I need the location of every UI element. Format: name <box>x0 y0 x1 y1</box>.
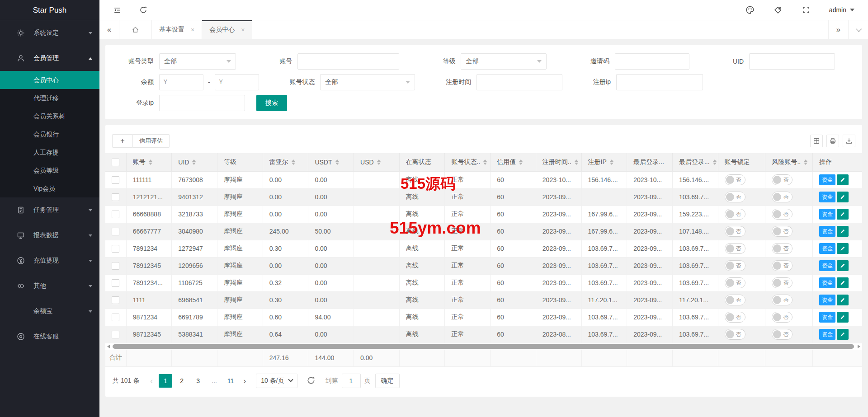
column-header-reg_time[interactable]: 注册时间.. <box>536 153 581 171</box>
column-header-status[interactable]: 账号状态.. <box>445 153 491 171</box>
sort-icon[interactable] <box>483 159 487 165</box>
row-checkbox[interactable] <box>112 228 119 235</box>
home-tab[interactable] <box>119 20 152 39</box>
prev-page-button[interactable]: ‹ <box>146 374 157 388</box>
row-checkbox[interactable] <box>112 314 119 321</box>
tab-member-center[interactable]: 会员中心 × <box>202 20 252 39</box>
sort-icon[interactable] <box>335 159 339 165</box>
fund-button[interactable]: 资金 <box>819 260 835 271</box>
tag-icon[interactable] <box>773 5 783 15</box>
sort-icon[interactable] <box>149 159 152 165</box>
lock-toggle[interactable]: 否 <box>725 174 745 185</box>
invite-code-input[interactable] <box>615 53 689 70</box>
column-header-usd[interactable]: USD <box>354 153 400 171</box>
column-header-usdt[interactable]: USDT <box>308 153 354 171</box>
next-page-button[interactable]: › <box>239 374 250 388</box>
sort-icon[interactable] <box>804 159 807 165</box>
column-header-uid[interactable]: UID <box>172 153 217 171</box>
fund-button[interactable]: 资金 <box>819 295 835 305</box>
lock-toggle[interactable]: 否 <box>725 312 745 323</box>
page-button[interactable]: 2 <box>175 374 189 388</box>
fund-button[interactable]: 资金 <box>819 329 835 340</box>
sort-icon[interactable] <box>377 159 381 165</box>
page-button[interactable]: 1 <box>159 374 172 388</box>
account-type-select[interactable]: 全部 <box>159 53 236 70</box>
edit-button[interactable] <box>837 329 849 340</box>
fund-button[interactable]: 资金 <box>819 312 835 323</box>
edit-button[interactable] <box>837 209 849 220</box>
lock-toggle[interactable]: 否 <box>725 226 745 237</box>
sort-icon[interactable] <box>192 159 196 165</box>
sidebar-item-report-data[interactable]: 报表数据 <box>0 223 99 248</box>
risk-toggle[interactable]: 否 <box>772 295 793 305</box>
column-header-account[interactable]: 账号 <box>126 153 172 171</box>
page-button[interactable]: 11 <box>224 374 237 388</box>
column-header-risk[interactable]: 风险账号.. <box>765 153 813 171</box>
scrollbar-thumb[interactable] <box>113 344 854 349</box>
lock-toggle[interactable]: 否 <box>725 192 745 202</box>
row-checkbox[interactable] <box>112 193 119 201</box>
edit-button[interactable] <box>837 260 849 271</box>
risk-toggle[interactable]: 否 <box>772 209 793 220</box>
risk-toggle[interactable]: 否 <box>772 312 793 323</box>
uid-input[interactable] <box>749 53 835 70</box>
sidebar-item-member-management[interactable]: 会员管理 <box>0 46 99 71</box>
edit-button[interactable] <box>837 192 849 202</box>
fund-button[interactable]: 资金 <box>819 277 835 288</box>
fund-button[interactable]: 资金 <box>819 209 835 220</box>
columns-grid-icon[interactable] <box>810 135 823 147</box>
risk-toggle[interactable]: 否 <box>772 260 793 271</box>
login-ip-input[interactable] <box>159 95 245 111</box>
page-size-select[interactable]: 10 条/页 <box>256 374 297 388</box>
sort-icon[interactable] <box>610 159 613 165</box>
tab-basic-settings[interactable]: 基本设置 × <box>152 20 202 39</box>
sidebar-item-member-bank[interactable]: 会员银行 <box>0 125 99 143</box>
edit-button[interactable] <box>837 277 849 288</box>
sidebar-item-online-service[interactable]: 在线客服 <box>0 324 99 349</box>
tabs-collapse-icon[interactable]: « <box>99 20 119 39</box>
sidebar-item-other[interactable]: 其他 <box>0 273 99 299</box>
account-status-select[interactable]: 全部 <box>320 74 415 90</box>
sidebar-item-manual-deposit[interactable]: 人工存提 <box>0 143 99 161</box>
tabs-expand-icon[interactable]: » <box>828 20 848 39</box>
export-icon[interactable] <box>843 135 855 147</box>
edit-button[interactable] <box>837 243 849 254</box>
close-icon[interactable]: × <box>191 26 194 33</box>
lock-toggle[interactable]: 否 <box>725 295 745 305</box>
sidebar-item-recharge-withdraw[interactable]: 充值提现 <box>0 248 99 273</box>
sort-icon[interactable] <box>519 159 523 165</box>
sidebar-item-agent-migration[interactable]: 代理迁移 <box>0 89 99 107</box>
row-checkbox[interactable] <box>112 262 119 270</box>
sidebar-item-system-settings[interactable]: 系统设定 <box>0 20 99 46</box>
collapse-sidebar-icon[interactable] <box>112 5 122 15</box>
sidebar-item-member-tree[interactable]: 会员关系树 <box>0 107 99 125</box>
sort-icon[interactable] <box>292 159 295 165</box>
reg-time-input[interactable] <box>476 74 562 90</box>
column-header-brl[interactable]: 雷亚尔 <box>263 153 308 171</box>
fund-button[interactable]: 资金 <box>819 174 835 185</box>
edit-button[interactable] <box>837 226 849 237</box>
column-header-credit[interactable]: 信用值 <box>491 153 536 171</box>
row-checkbox[interactable] <box>112 211 119 218</box>
sort-icon[interactable] <box>575 159 578 165</box>
close-icon[interactable]: × <box>241 26 245 33</box>
sidebar-item-member-center[interactable]: 会员中心 <box>0 71 99 89</box>
horizontal-scrollbar[interactable] <box>106 344 861 349</box>
reg-ip-input[interactable] <box>616 74 703 90</box>
search-button[interactable]: 搜索 <box>256 95 287 111</box>
fund-button[interactable]: 资金 <box>819 226 835 237</box>
column-header-last_ip[interactable]: 最后登录... <box>672 153 718 171</box>
risk-toggle[interactable]: 否 <box>772 226 793 237</box>
page-button[interactable]: 3 <box>191 374 205 388</box>
confirm-button[interactable]: 确定 <box>375 374 400 388</box>
fund-button[interactable]: 资金 <box>819 243 835 254</box>
user-menu[interactable]: admin <box>829 6 854 14</box>
goto-page-input[interactable] <box>342 374 361 388</box>
row-checkbox[interactable] <box>112 279 119 287</box>
theme-palette-icon[interactable] <box>745 5 755 15</box>
risk-toggle[interactable]: 否 <box>772 329 793 340</box>
scroll-right-arrow-icon[interactable] <box>858 345 860 348</box>
print-icon[interactable] <box>826 135 839 147</box>
column-header-reg_ip[interactable]: 注册IP <box>581 153 627 171</box>
refresh-table-icon[interactable] <box>307 376 316 386</box>
